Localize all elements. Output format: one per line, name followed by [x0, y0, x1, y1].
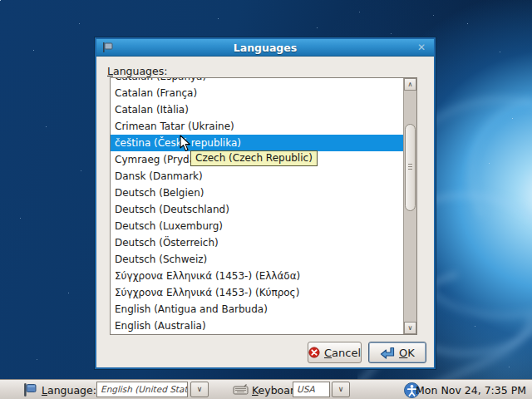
list-item[interactable]: Dansk (Danmark) [111, 168, 403, 185]
cancel-button[interactable]: Cancel [308, 342, 362, 363]
list-item[interactable]: Crimean Tatar (Ukraine) [111, 118, 403, 135]
keyboard-icon [233, 383, 249, 396]
ok-button-label: OK [399, 347, 415, 359]
list-item[interactable]: čeština (Česká republika) [111, 135, 403, 151]
list-item[interactable]: English (Australia) [111, 318, 403, 334]
list-item[interactable]: Catalan (França) [111, 85, 403, 101]
language-select[interactable]: English (United States) [96, 382, 188, 397]
vertical-scrollbar[interactable]: ∧ ∨ [403, 78, 416, 334]
list-item[interactable]: Deutsch (Deutschland) [111, 201, 403, 218]
language-list: Catalan (Espanya)Catalan (França)Catalan… [111, 78, 403, 334]
list-item[interactable]: Deutsch (Luxemburg) [111, 218, 403, 234]
taskbar: Language: English (United States) ∨ Keyb… [0, 379, 532, 399]
keyboard-select[interactable]: USA [293, 382, 330, 397]
languages-field-label: Languages: [107, 65, 167, 77]
language-list-viewport: Catalan (Espanya)Catalan (França)Catalan… [111, 78, 403, 334]
ok-button[interactable]: OK [368, 342, 426, 363]
tooltip: Czech (Czech Republic) [190, 150, 318, 166]
language-dropdown-icon[interactable]: ∨ [190, 382, 209, 397]
scroll-down-icon[interactable]: ∨ [404, 322, 416, 334]
list-item[interactable]: Σύγχρονα Ελληνικά (1453-) (Ελλάδα) [111, 268, 403, 284]
clock: Mon Nov 24, 7:35 PM [416, 384, 526, 397]
close-icon[interactable]: ✕ [415, 41, 428, 54]
cancel-button-label: Cancel [324, 347, 361, 359]
dialog-title: Languages [234, 42, 297, 54]
flag-icon [101, 42, 114, 53]
desktop: Languages ✕ Languages: Catalan (Espanya)… [0, 0, 532, 399]
list-item[interactable]: Deutsch (Schweiz) [111, 251, 403, 268]
languages-dialog: Languages ✕ Languages: Catalan (Espanya)… [95, 37, 436, 369]
list-item[interactable]: Catalan (Espanya) [111, 78, 403, 85]
list-item[interactable]: Σύγχρονα Ελληνικά (1453-) (Κύπρος) [111, 284, 403, 301]
ok-enter-arrow-icon [380, 346, 395, 359]
cancel-icon [308, 346, 320, 359]
dialog-titlebar[interactable]: Languages ✕ [96, 39, 434, 57]
list-item[interactable]: Catalan (Itàlia) [111, 101, 403, 118]
language-label: Language: [42, 384, 96, 397]
scrollbar-thumb[interactable] [405, 124, 416, 211]
language-flag-icon [23, 383, 37, 397]
dialog-body: Languages: Catalan (Espanya)Catalan (Fra… [96, 57, 434, 367]
list-item[interactable]: Deutsch (Österreich) [111, 234, 403, 251]
keyboard-dropdown-icon[interactable]: ∨ [332, 382, 350, 397]
language-listbox: Catalan (Espanya)Catalan (França)Catalan… [110, 77, 417, 335]
mouse-cursor [180, 135, 191, 152]
list-item[interactable]: English (Antigua and Barbuda) [111, 301, 403, 318]
list-item[interactable]: Deutsch (Belgien) [111, 185, 403, 201]
scroll-up-icon[interactable]: ∧ [404, 78, 416, 91]
